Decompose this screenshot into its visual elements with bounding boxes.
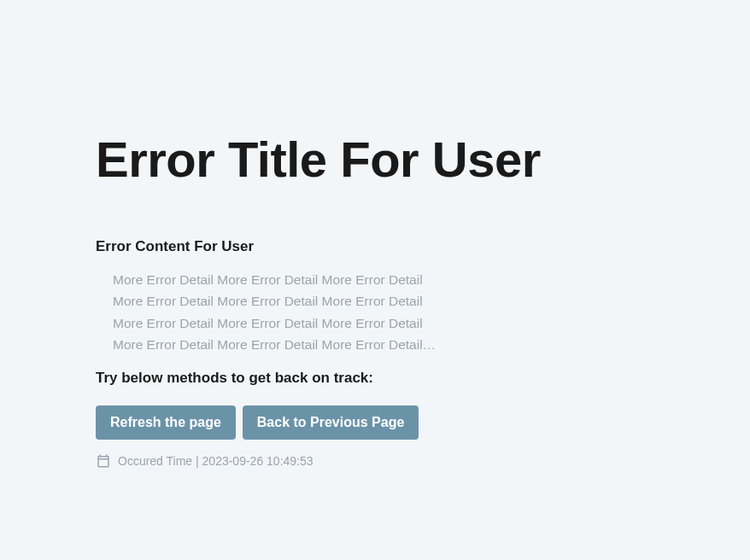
error-detail-text: More Error Detail More Error Detail More… bbox=[96, 269, 454, 356]
timestamp-row: Occured Time | 2023-09-26 10:49:53 bbox=[96, 453, 654, 469]
timestamp-separator: | bbox=[192, 454, 202, 468]
timestamp-label: Occured Time bbox=[118, 454, 192, 468]
calendar-icon bbox=[96, 453, 111, 469]
timestamp-value: 2023-09-26 10:49:53 bbox=[202, 454, 313, 468]
timestamp-text: Occured Time | 2023-09-26 10:49:53 bbox=[118, 454, 313, 468]
action-button-row: Refresh the page Back to Previous Page bbox=[96, 405, 654, 440]
error-page-container: Error Title For User Error Content For U… bbox=[0, 0, 750, 469]
error-content-label: Error Content For User bbox=[96, 238, 654, 255]
back-button[interactable]: Back to Previous Page bbox=[243, 405, 419, 440]
recovery-methods-label: Try below methods to get back on track: bbox=[96, 370, 654, 387]
refresh-button[interactable]: Refresh the page bbox=[96, 405, 236, 440]
error-title: Error Title For User bbox=[96, 132, 654, 187]
